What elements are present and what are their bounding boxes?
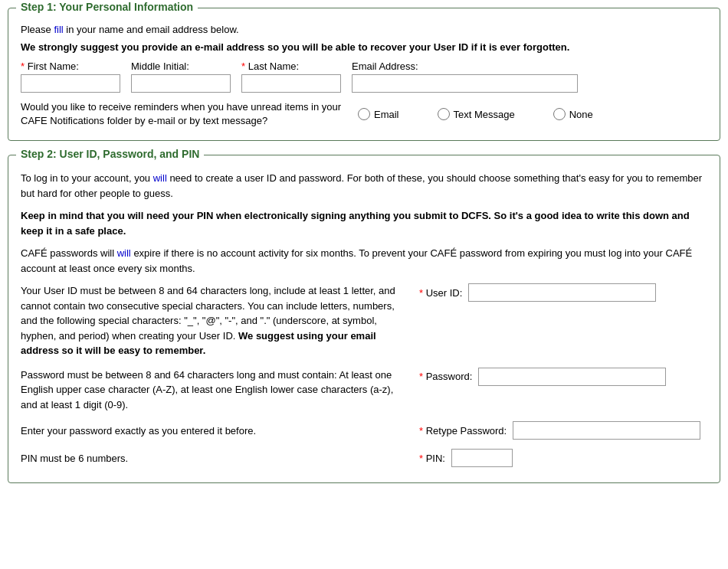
userid-desc: Your User ID must be between 8 and 64 ch… — [21, 283, 412, 358]
radio-text-label: Text Message — [454, 109, 515, 120]
email-group: Email Address: — [352, 60, 578, 93]
radio-email-label: Email — [374, 109, 399, 120]
userid-label: * User ID: — [419, 286, 462, 301]
radio-email-option[interactable]: Email — [358, 108, 399, 120]
password-label: * Password: — [419, 369, 472, 384]
middle-initial-group: Middle Initial: — [131, 60, 231, 93]
last-name-required: * — [241, 60, 245, 72]
first-name-label: * First Name: — [21, 60, 120, 72]
step2-legend: Step 2: User ID, Password, and PIN — [16, 148, 204, 160]
radio-none[interactable] — [553, 108, 566, 120]
notification-radio-group: Email Text Message None — [358, 108, 593, 120]
radio-text[interactable] — [438, 108, 450, 120]
pin-input[interactable] — [451, 449, 513, 467]
last-name-label: * Last Name: — [241, 60, 341, 72]
radio-email[interactable] — [358, 108, 370, 120]
step2-para3: CAFÉ passwords will will expire if there… — [21, 246, 707, 276]
step1-intro: Please fill in your name and email addre… — [21, 24, 707, 35]
password-field-group: * Password: — [419, 368, 707, 386]
step2-para2: Keep in mind that you will need your PIN… — [21, 208, 707, 238]
pin-row: PIN must be 6 numbers. * PIN: — [21, 449, 707, 467]
first-name-group: * First Name: — [21, 60, 120, 93]
step2-section: Step 2: User ID, Password, and PIN To lo… — [8, 155, 720, 483]
step2-para1: To log in to your account, you will need… — [21, 171, 707, 201]
step1-strong-note: We strongly suggest you provide an e-mai… — [21, 41, 707, 53]
email-label: Email Address: — [352, 60, 578, 72]
userid-field-group: * User ID: — [419, 283, 707, 302]
notification-text: Would you like to receive reminders when… — [21, 100, 350, 128]
first-name-input[interactable] — [21, 74, 120, 93]
step1-legend: Step 1: Your Personal Information — [16, 1, 198, 13]
retype-desc: Enter your password exactly as you enter… — [21, 423, 412, 439]
retype-label: * Retype Password: — [419, 423, 507, 439]
notification-row: Would you like to receive reminders when… — [21, 100, 707, 128]
name-fields-row: * First Name: Middle Initial: * Last Nam… — [21, 60, 707, 93]
password-input[interactable] — [478, 368, 666, 386]
step1-section: Step 1: Your Personal Information Please… — [8, 8, 720, 141]
pin-field-group: * PIN: — [419, 449, 513, 467]
radio-text-option[interactable]: Text Message — [438, 108, 515, 120]
retype-password-input[interactable] — [513, 421, 700, 440]
last-name-input[interactable] — [241, 74, 341, 93]
first-name-required: * — [21, 60, 25, 72]
userid-input[interactable] — [468, 283, 656, 302]
radio-none-option[interactable]: None — [553, 108, 593, 120]
userid-row: Your User ID must be between 8 and 64 ch… — [21, 283, 707, 358]
retype-row: Enter your password exactly as you enter… — [21, 421, 707, 440]
password-desc: Password must be between 8 and 64 charac… — [21, 368, 412, 413]
last-name-group: * Last Name: — [241, 60, 341, 93]
middle-initial-input[interactable] — [131, 74, 231, 93]
password-row: Password must be between 8 and 64 charac… — [21, 368, 707, 413]
radio-none-label: None — [569, 109, 593, 120]
pin-desc: PIN must be 6 numbers. — [21, 451, 412, 466]
email-input[interactable] — [352, 74, 578, 93]
retype-field-group: * Retype Password: — [419, 421, 700, 440]
pin-label: * PIN: — [419, 451, 445, 466]
middle-initial-label: Middle Initial: — [131, 60, 231, 72]
